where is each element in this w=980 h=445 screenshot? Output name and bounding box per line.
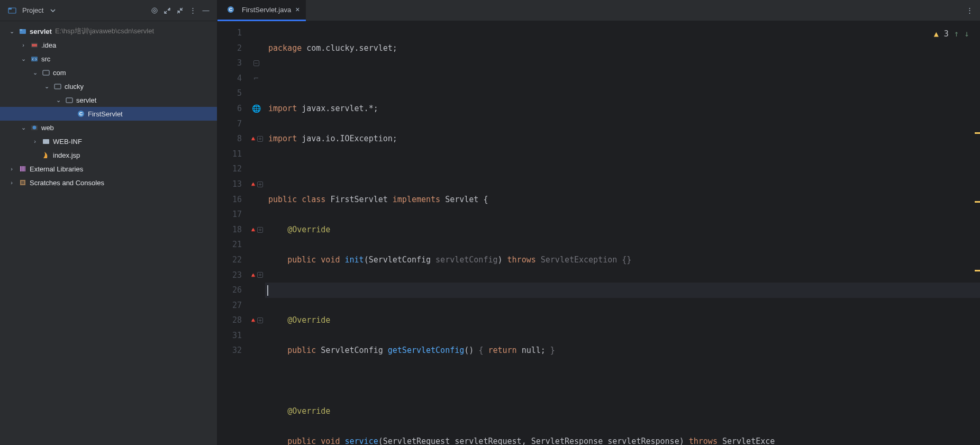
project-dropdown-icon[interactable] <box>47 4 59 17</box>
override-icon[interactable]: 🔺 <box>249 313 257 328</box>
source-folder-icon <box>30 54 39 63</box>
chevron-down-icon: ⌄ <box>54 97 62 104</box>
warning-icon[interactable]: ▲ <box>934 26 939 42</box>
override-icon[interactable]: 🔺 <box>249 268 257 283</box>
svg-rect-19 <box>24 166 25 171</box>
scratches-icon <box>18 178 28 187</box>
web-folder-icon <box>30 123 39 132</box>
svg-rect-17 <box>20 166 22 171</box>
expand-icon[interactable] <box>161 4 174 17</box>
tree-ext-lib[interactable]: › External Libraries <box>0 162 217 176</box>
sidebar-header: Project ⋮ — <box>0 0 217 21</box>
class-icon: C <box>226 5 235 14</box>
globe-icon[interactable]: 🌐 <box>252 101 261 116</box>
next-highlight-icon[interactable]: ↓ <box>964 26 969 42</box>
override-icon[interactable]: 🔺 <box>249 131 257 147</box>
tree-item-label: WEB-INF <box>53 138 82 146</box>
tree-item-label: Scratches and Consoles <box>30 179 104 187</box>
tree-item-label: External Libraries <box>30 165 83 173</box>
folder-icon <box>41 137 51 146</box>
svg-text:C: C <box>229 7 233 12</box>
project-tree[interactable]: ⌄ servlet E:\hsp培训\javaweb\csdn\servlet … <box>0 21 217 445</box>
collapse-icon[interactable] <box>174 4 186 17</box>
package-icon <box>41 68 51 77</box>
fold-icon[interactable]: + <box>257 272 263 278</box>
tree-servlet-pkg[interactable]: ⌄ servlet <box>0 93 217 107</box>
more-icon[interactable]: ⋮ <box>186 4 199 17</box>
chevron-down-icon: ⌄ <box>19 56 28 62</box>
svg-rect-18 <box>22 166 24 171</box>
tree-com[interactable]: ⌄ com <box>0 66 217 79</box>
svg-rect-10 <box>55 84 61 89</box>
target-icon[interactable] <box>148 4 161 17</box>
svg-rect-5 <box>20 29 22 31</box>
editor-tabs: C FirstServlet.java × ⋮ <box>217 0 980 21</box>
gutter-icons: − ⌐ 🌐 🔺+ 🔺+ 🔺+ 🔺+ 🔺+ <box>247 21 265 445</box>
library-icon <box>18 164 28 174</box>
fold-icon[interactable]: + <box>257 181 263 187</box>
close-icon[interactable]: × <box>295 5 300 14</box>
tree-src[interactable]: ⌄ src <box>0 52 217 66</box>
editor-area: C FirstServlet.java × ⋮ 1234567811121316… <box>217 0 980 445</box>
project-icon <box>7 6 17 15</box>
error-stripe[interactable] <box>974 21 980 445</box>
tree-indexjsp[interactable]: index.jsp <box>0 148 217 162</box>
tree-root-label: servlet <box>30 28 52 35</box>
tree-item-label: servlet <box>76 96 96 104</box>
warning-count: 3 <box>944 26 949 42</box>
tree-item-label: src <box>41 55 50 63</box>
fold-icon[interactable]: + <box>257 136 263 142</box>
tree-root[interactable]: ⌄ servlet E:\hsp培训\javaweb\csdn\servlet <box>0 24 217 38</box>
tree-item-label: clucky <box>65 83 84 90</box>
tree-webinf[interactable]: › WEB-INF <box>0 134 217 148</box>
tree-item-label: web <box>41 124 54 132</box>
sidebar-title: Project <box>22 6 43 14</box>
tree-root-path: E:\hsp培训\javaweb\csdn\servlet <box>55 26 154 36</box>
jsp-icon <box>41 150 51 160</box>
code-editor[interactable]: 123456781112131617182122232627283132 − ⌐… <box>217 21 980 445</box>
svg-rect-1 <box>8 8 12 10</box>
svg-rect-9 <box>43 70 49 75</box>
chevron-down-icon: ⌄ <box>42 83 51 90</box>
tree-clucky[interactable]: ⌄ clucky <box>0 79 217 93</box>
tree-item-label: com <box>53 69 66 77</box>
tree-first-servlet[interactable]: C FirstServlet <box>0 107 217 121</box>
tab-firstservlet[interactable]: C FirstServlet.java × <box>217 0 306 21</box>
override-icon[interactable]: 🔺 <box>249 177 257 192</box>
package-icon <box>53 81 62 91</box>
chevron-right-icon: › <box>7 166 16 172</box>
code-content[interactable]: package com.clucky.servlet; import javax… <box>265 21 980 445</box>
tab-label: FirstServlet.java <box>242 6 291 14</box>
fold-icon[interactable]: − <box>253 60 259 66</box>
tree-item-label: index.jsp <box>53 151 80 159</box>
svg-point-3 <box>153 10 156 12</box>
minimize-icon[interactable]: — <box>199 4 212 17</box>
override-icon[interactable]: 🔺 <box>249 222 257 238</box>
svg-rect-16 <box>43 139 49 144</box>
tree-item-label: FirstServlet <box>88 110 123 118</box>
chevron-right-icon: › <box>7 179 16 186</box>
prev-highlight-icon[interactable]: ↑ <box>954 26 959 42</box>
fold-icon[interactable]: + <box>257 227 263 233</box>
fold-icon[interactable]: + <box>257 317 263 323</box>
svg-rect-7 <box>32 44 37 47</box>
tree-idea[interactable]: › .idea <box>0 38 217 52</box>
idea-folder-icon <box>30 40 39 50</box>
chevron-down-icon: ⌄ <box>31 69 39 76</box>
tree-web[interactable]: ⌄ web <box>0 121 217 134</box>
chevron-right-icon: › <box>31 138 39 144</box>
class-icon: C <box>76 109 86 119</box>
project-sidebar: Project ⋮ — ⌄ servlet E:\h <box>0 0 217 445</box>
svg-point-2 <box>152 8 157 13</box>
tree-scratches[interactable]: › Scratches and Consoles <box>0 176 217 189</box>
package-icon <box>65 95 74 105</box>
svg-point-15 <box>33 126 37 130</box>
tabs-more-icon[interactable]: ⋮ <box>963 4 976 17</box>
chevron-down-icon: ⌄ <box>19 124 28 131</box>
inspection-widget[interactable]: ▲ 3 ↑ ↓ <box>934 26 969 42</box>
svg-text:C: C <box>79 111 83 116</box>
module-icon <box>18 26 28 36</box>
chevron-down-icon: ⌄ <box>7 28 16 35</box>
line-gutter: 123456781112131617182122232627283132 <box>217 21 247 445</box>
chevron-right-icon: › <box>19 42 28 48</box>
